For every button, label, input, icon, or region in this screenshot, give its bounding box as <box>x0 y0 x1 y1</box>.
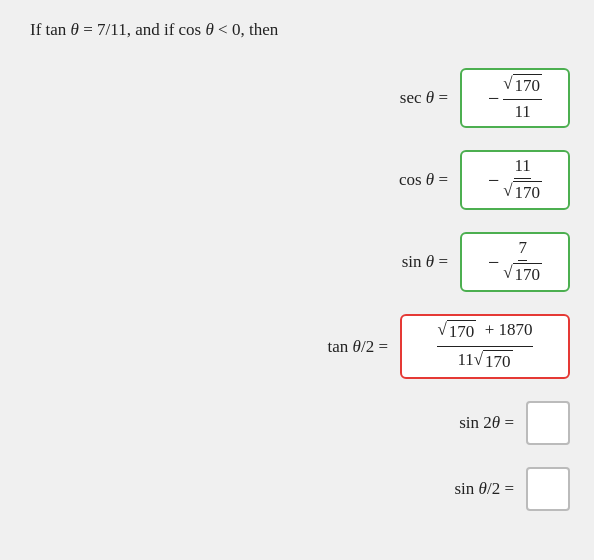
fraction-tan-half: √170 + 1870 11√170 <box>437 320 532 373</box>
eq-row-tan-half: tan θ/2 = √170 + 1870 11√170 <box>90 314 570 379</box>
label-tan-half: tan θ/2 = <box>328 337 388 357</box>
eq-row-sec: sec θ = − √170 11 <box>90 68 570 128</box>
label-sin: sin θ = <box>402 252 448 272</box>
eq-row-sin: sin θ = − 7 √170 <box>90 232 570 292</box>
neg-sign-sec: − <box>488 88 499 108</box>
numer-sec: √170 <box>503 74 542 100</box>
numer-cos: 11 <box>514 156 530 179</box>
neg-sign-sin: − <box>488 252 499 272</box>
denom-cos: √170 <box>503 179 542 204</box>
page: If tan θ = 7/11, and if cos θ < 0, then … <box>0 0 594 560</box>
label-sin-half: sin θ/2 = <box>454 479 514 499</box>
numer-tan-half: √170 + 1870 <box>437 320 532 347</box>
fraction-sec: √170 11 <box>503 74 542 122</box>
label-cos: cos θ = <box>399 170 448 190</box>
eq-row-sin-half: sin θ/2 = <box>90 467 570 511</box>
answer-box-sec[interactable]: − √170 11 <box>460 68 570 128</box>
denom-sin: √170 <box>503 261 542 286</box>
eq-row-cos: cos θ = − 11 √170 <box>90 150 570 210</box>
label-sec: sec θ = <box>400 88 448 108</box>
intro-text: If tan θ = 7/11, and if cos θ < 0, then <box>30 20 564 40</box>
answer-box-sin-half[interactable] <box>526 467 570 511</box>
numer-sin: 7 <box>518 238 527 261</box>
answer-box-cos[interactable]: − 11 √170 <box>460 150 570 210</box>
denom-tan-half: 11√170 <box>457 347 512 373</box>
fraction-cos: 11 √170 <box>503 156 542 204</box>
denom-sec: 11 <box>514 100 530 122</box>
fraction-sin: 7 √170 <box>503 238 542 286</box>
label-sin2: sin 2θ = <box>459 413 514 433</box>
answer-box-sin[interactable]: − 7 √170 <box>460 232 570 292</box>
eq-row-sin2: sin 2θ = <box>90 401 570 445</box>
equations-area: sec θ = − √170 11 cos θ = − 11 √170 <box>90 68 564 511</box>
answer-box-sin2[interactable] <box>526 401 570 445</box>
neg-sign-cos: − <box>488 170 499 190</box>
answer-box-tan-half[interactable]: √170 + 1870 11√170 <box>400 314 570 379</box>
